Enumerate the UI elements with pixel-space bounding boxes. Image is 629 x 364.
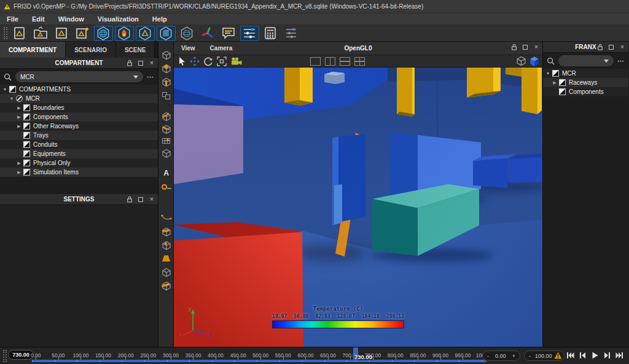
maximize-icon[interactable] [137,195,144,203]
earth-cube-view-button[interactable] [157,26,176,41]
close-icon[interactable]: × [148,59,155,67]
select-cursor-tool[interactable] [178,56,186,66]
tree-item-other-raceways[interactable]: ▶Other Raceways [0,122,158,131]
menu-view[interactable]: View [174,45,203,52]
cube-view-tool[interactable] [160,49,172,61]
menu-file[interactable]: File [0,14,25,25]
stepper-minus-button[interactable]: - [487,353,489,359]
cube-slice-tool[interactable] [160,280,172,292]
rotate-orbit-tool[interactable] [203,56,213,66]
import-model-button[interactable] [52,26,71,41]
compartment-view-button[interactable] [136,26,155,41]
lock-icon[interactable] [510,43,518,51]
grid-pick-tool[interactable] [160,135,172,147]
annotations-button[interactable] [219,26,238,41]
tree-item-compartments[interactable]: ▼COMPARTMENTS [0,85,158,94]
tree-item-trays[interactable]: Trays [0,131,158,140]
cube-drop-tool[interactable]: ↓ [160,266,172,278]
search-icon[interactable] [547,57,555,65]
tree-item-physical-only[interactable]: ▶Physical Only [0,158,158,168]
maximize-icon[interactable] [522,43,529,51]
tab-scene[interactable]: SCENE [116,42,155,58]
calculator-button[interactable] [261,26,280,41]
layout-quad-button[interactable] [354,57,365,66]
globe-view-button[interactable] [94,26,113,41]
lock-icon[interactable] [596,43,604,51]
expander-icon[interactable]: ▼ [2,87,7,91]
expander-icon[interactable]: ▶ [17,124,21,129]
tree-item-conduits[interactable]: Conduits [0,140,158,149]
layout-single-button[interactable] [310,57,321,66]
cube-hide-tool[interactable] [160,110,172,122]
measure-tape-tool[interactable] [160,182,172,193]
more-options-button[interactable]: ⋯ [617,57,625,65]
scene-canvas[interactable]: y x z Temperature (C) 19.9756.0092.03128… [174,68,542,347]
tree-item-raceways[interactable]: ▶Raceways [543,78,628,87]
menu-help[interactable]: Help [146,14,174,25]
tree-item-components[interactable]: ▶Components [0,112,158,122]
filters-button[interactable] [240,26,259,41]
tree-item-mcr[interactable]: ▼MCR [543,69,628,78]
play-button[interactable] [590,350,600,360]
cube-edge-tool[interactable] [160,76,172,88]
path-curve-tool[interactable] [160,211,172,223]
stepper-plus-button[interactable]: + [512,353,515,359]
tab-scenario[interactable]: SCENARIO [66,42,116,58]
stepper-minus-button[interactable]: - [529,353,531,359]
zoom-extents-tool[interactable] [217,56,227,66]
search-icon[interactable] [4,73,12,81]
timeline-track[interactable] [32,360,486,362]
cube-wrap-tool[interactable] [160,226,172,238]
step-forward-button[interactable] [603,350,612,360]
menu-edit[interactable]: Edit [25,14,52,25]
solid-mode-button[interactable] [529,56,540,67]
expander-icon[interactable]: ▼ [545,71,550,76]
trapezoid-tool[interactable] [160,253,172,265]
new-item-button[interactable] [73,26,92,41]
new-model-button[interactable] [10,26,29,41]
compartment-select[interactable]: MCR [15,71,143,82]
lock-icon[interactable] [126,59,133,67]
timeline-grip[interactable] [3,350,7,362]
more-options-button[interactable]: ⋯ [147,73,154,81]
close-icon[interactable]: × [148,195,155,203]
lock-icon[interactable] [126,195,133,203]
expander-icon[interactable]: ▶ [17,106,21,110]
axes-button[interactable] [198,26,217,41]
simulation-warning-icon[interactable] [553,350,563,360]
layout-two-columns-button[interactable] [325,57,335,66]
globe2-view-button[interactable] [178,26,197,41]
tree-item-mcr[interactable]: ▼MCR [0,94,158,103]
expander-icon[interactable]: ▶ [552,80,557,85]
fire-view-button[interactable] [115,26,134,41]
layout-two-rows-button[interactable] [340,57,350,66]
expander-icon[interactable]: ▶ [17,161,21,166]
step-back-button[interactable] [578,350,587,360]
pan-move-tool[interactable] [190,56,200,66]
wireframe-mode-button[interactable] [516,56,526,66]
cube-cut-tool[interactable] [160,123,172,135]
tree-item-equipments[interactable]: Equipments [0,149,158,158]
maximize-icon[interactable] [137,59,144,67]
close-icon[interactable]: × [619,43,626,51]
settings-sliders-button[interactable] [282,26,301,41]
cube-plain-tool[interactable] [160,147,172,159]
copy-object-tool[interactable] [160,90,172,101]
annotation-text-tool[interactable]: A [160,167,172,179]
tree-item-simulation-items[interactable]: ▶Simulation Items [0,168,158,177]
menu-camera[interactable]: Camera [203,45,240,52]
expander-icon[interactable]: ▶ [17,170,21,175]
close-icon[interactable]: × [533,43,540,51]
tab-compartment[interactable]: COMPARTMENT [0,42,66,58]
maximize-icon[interactable] [608,43,615,51]
expander-icon[interactable]: ▶ [17,115,21,120]
skip-start-button[interactable] [566,350,575,360]
franx-select[interactable] [558,55,614,66]
cube-point-tool[interactable] [160,239,172,251]
open-model-button[interactable] [31,26,50,41]
tree-item-components[interactable]: Components [543,87,628,96]
cube-face-tool[interactable] [160,63,172,74]
toolbar-grip[interactable] [4,27,7,39]
menu-visualization[interactable]: Visualization [91,14,146,25]
skip-end-button[interactable] [615,350,624,360]
